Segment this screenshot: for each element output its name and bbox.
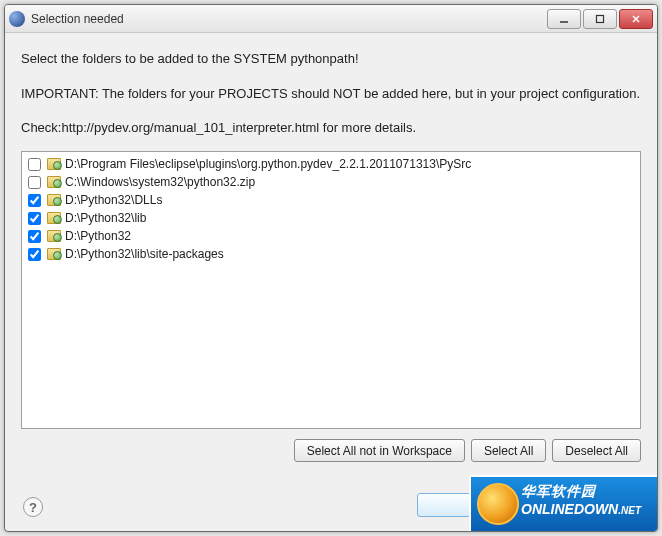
- help-icon[interactable]: ?: [23, 497, 43, 517]
- folder-path: D:\Python32: [65, 229, 131, 243]
- list-item[interactable]: D:\Python32\DLLs: [26, 191, 636, 209]
- close-button[interactable]: [619, 9, 653, 29]
- watermark-en: ONLINEDOWN.NET: [521, 501, 641, 517]
- list-item[interactable]: D:\Program Files\eclipse\plugins\org.pyt…: [26, 155, 636, 173]
- instruction-line-3: Check:http://pydev.org/manual_101_interp…: [21, 116, 641, 141]
- globe-icon: [477, 483, 519, 525]
- folder-checkbox[interactable]: [28, 176, 41, 189]
- list-item[interactable]: D:\Python32\lib: [26, 209, 636, 227]
- watermark-overlay: 华军软件园 ONLINEDOWN.NET: [469, 475, 657, 531]
- list-item[interactable]: D:\Python32\lib\site-packages: [26, 245, 636, 263]
- folder-path: D:\Program Files\eclipse\plugins\org.pyt…: [65, 157, 471, 171]
- folder-path: D:\Python32\DLLs: [65, 193, 162, 207]
- maximize-button[interactable]: [583, 9, 617, 29]
- window-controls: [547, 9, 653, 29]
- watermark-brand: ONLINEDOWN: [521, 501, 618, 517]
- instruction-line-2: IMPORTANT: The folders for your PROJECTS…: [21, 82, 641, 107]
- watermark-cn: 华军软件园: [521, 483, 641, 501]
- list-item[interactable]: C:\Windows\system32\python32.zip: [26, 173, 636, 191]
- svg-rect-1: [597, 15, 604, 22]
- folder-icon: [47, 212, 61, 224]
- deselect-all-button[interactable]: Deselect All: [552, 439, 641, 462]
- folder-checkbox[interactable]: [28, 158, 41, 171]
- button-row: Select All not in Workspace Select All D…: [21, 439, 641, 462]
- folder-checkbox[interactable]: [28, 230, 41, 243]
- folder-path: D:\Python32\lib\site-packages: [65, 247, 224, 261]
- folder-checkbox[interactable]: [28, 194, 41, 207]
- minimize-button[interactable]: [547, 9, 581, 29]
- folder-list[interactable]: D:\Program Files\eclipse\plugins\org.pyt…: [21, 151, 641, 429]
- folder-icon: [47, 248, 61, 260]
- content-area: Select the folders to be added to the SY…: [5, 33, 657, 472]
- folder-icon: [47, 194, 61, 206]
- list-item[interactable]: D:\Python32: [26, 227, 636, 245]
- folder-checkbox[interactable]: [28, 212, 41, 225]
- instruction-line-1: Select the folders to be added to the SY…: [21, 47, 641, 72]
- app-icon: [9, 11, 25, 27]
- window-title: Selection needed: [31, 12, 547, 26]
- folder-icon: [47, 230, 61, 242]
- watermark-suffix: .NET: [618, 505, 641, 516]
- minimize-icon: [559, 14, 569, 24]
- maximize-icon: [595, 14, 605, 24]
- folder-path: D:\Python32\lib: [65, 211, 146, 225]
- select-all-not-in-workspace-button[interactable]: Select All not in Workspace: [294, 439, 465, 462]
- partial-button[interactable]: [417, 493, 471, 517]
- folder-checkbox[interactable]: [28, 248, 41, 261]
- dialog-window: Selection needed Select the folders to b…: [4, 4, 658, 532]
- watermark-text: 华军软件园 ONLINEDOWN.NET: [521, 483, 641, 517]
- folder-path: C:\Windows\system32\python32.zip: [65, 175, 255, 189]
- select-all-button[interactable]: Select All: [471, 439, 546, 462]
- instructions: Select the folders to be added to the SY…: [21, 47, 641, 141]
- folder-icon: [47, 176, 61, 188]
- close-icon: [631, 14, 641, 24]
- folder-icon: [47, 158, 61, 170]
- titlebar: Selection needed: [5, 5, 657, 33]
